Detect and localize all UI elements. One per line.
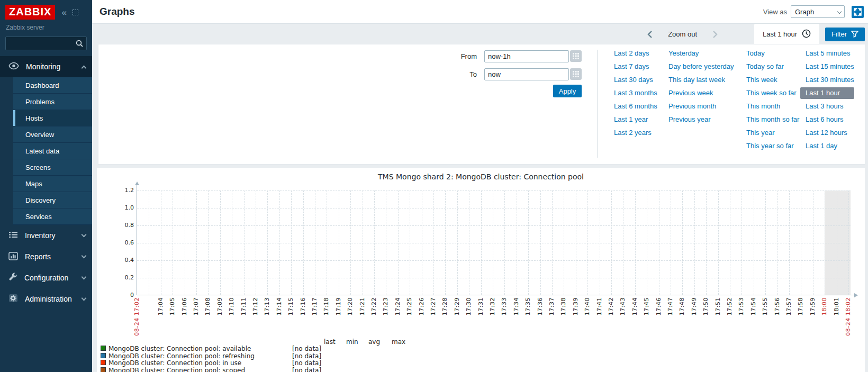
gridline: [528, 190, 529, 295]
gridline: [350, 190, 351, 295]
sidebar-item-discovery[interactable]: Discovery: [13, 192, 92, 208]
collapse-sidebar-icon[interactable]: «: [61, 8, 66, 17]
sidebar-item-dashboard[interactable]: Dashboard: [13, 77, 92, 94]
to-input[interactable]: [484, 68, 569, 80]
search-input[interactable]: [5, 37, 87, 50]
gridline: [576, 190, 576, 295]
view-as-control: View as Graph: [763, 5, 864, 18]
gridline: [635, 190, 636, 295]
quick-range-previous-month[interactable]: Previous month: [668, 99, 734, 113]
quick-range-this-week[interactable]: This week: [746, 73, 799, 86]
legend-column-header: max: [392, 338, 405, 346]
sidebar-item-problems[interactable]: Problems: [13, 94, 92, 110]
x-axis-tick-label: 17:58: [797, 297, 804, 315]
quick-range-previous-week[interactable]: Previous week: [668, 86, 734, 99]
graph-plot-area[interactable]: 00.20.40.60.81.01.208-24 17:0217:0417:05…: [137, 190, 854, 295]
quick-range-this-month-so-far[interactable]: This month so far: [746, 113, 799, 126]
quick-range-last-2-days[interactable]: Last 2 days: [614, 47, 657, 60]
quick-range-last-1-day[interactable]: Last 1 day: [806, 139, 854, 152]
time-shift-right-button[interactable]: [710, 30, 720, 39]
quick-range-last-3-hours[interactable]: Last 3 hours: [806, 99, 854, 113]
view-as-select[interactable]: Graph: [791, 5, 845, 18]
quick-range-this-week-so-far[interactable]: This week so far: [746, 86, 799, 99]
gridline: [682, 190, 683, 295]
chevron-down-icon: [82, 232, 87, 238]
quick-range-yesterday[interactable]: Yesterday: [668, 47, 734, 60]
sidebar-section-monitoring[interactable]: Monitoring: [0, 56, 92, 77]
zoom-out-button[interactable]: Zoom out: [668, 30, 697, 38]
search-icon[interactable]: [75, 39, 84, 49]
quick-range-last-15-minutes[interactable]: Last 15 minutes: [806, 60, 854, 73]
gridline: [837, 190, 837, 295]
legend-row: MongoDB cluster: Connection pool: availa…: [97, 345, 865, 352]
sidebar-item-screens[interactable]: Screens: [13, 159, 92, 176]
x-axis-tick-label: 17:48: [679, 297, 685, 315]
x-axis-tick-label: 17:12: [252, 297, 259, 315]
x-axis-tick-label: 08-24 18:02: [845, 297, 852, 336]
x-axis-tick-label: 17:52: [726, 297, 733, 315]
filter-button[interactable]: Filter: [825, 28, 865, 41]
quick-range-last-3-months[interactable]: Last 3 months: [614, 86, 657, 99]
x-axis-tick-label: 17:41: [596, 297, 603, 315]
quick-range-this-year-so-far[interactable]: This year so far: [746, 139, 799, 152]
kiosk-mode-icon[interactable]: [73, 10, 78, 15]
quick-range-last-6-months[interactable]: Last 6 months: [614, 99, 657, 113]
quick-range-last-1-year[interactable]: Last 1 year: [614, 113, 657, 126]
to-calendar-button[interactable]: [570, 68, 582, 80]
apply-button[interactable]: Apply: [553, 85, 582, 97]
quick-range-column: TodayToday so farThis weekThis week so f…: [746, 47, 799, 152]
quick-range-day-before-yesterday[interactable]: Day before yesterday: [668, 60, 734, 73]
from-calendar-button[interactable]: [570, 50, 582, 62]
x-axis-tick-label: 17:38: [560, 297, 567, 315]
y-axis-tick-label: 0.8: [112, 222, 134, 229]
quick-range-this-year[interactable]: This year: [746, 126, 799, 139]
sidebar-item-latest-data[interactable]: Latest data: [13, 143, 92, 159]
quick-range-previous-year[interactable]: Previous year: [668, 113, 734, 126]
quick-range-today[interactable]: Today: [746, 47, 799, 60]
quick-range-column: Last 5 minutesLast 15 minutesLast 30 min…: [806, 47, 854, 152]
quick-range-last-6-hours[interactable]: Last 6 hours: [806, 113, 854, 126]
x-axis-tick-label: 17:37: [548, 297, 555, 315]
x-axis-tick-label: 17:53: [738, 297, 745, 315]
from-input[interactable]: [484, 50, 569, 62]
time-range-tab[interactable]: Last 1 hour: [754, 24, 819, 44]
quick-range-this-month[interactable]: This month: [746, 99, 799, 113]
zabbix-logo[interactable]: ZABBIX: [5, 5, 55, 20]
wrench-icon: [8, 273, 17, 283]
sidebar: ZABBIX « Zabbix server Monitoring Dashbo…: [0, 0, 92, 372]
quick-range-last-2-years[interactable]: Last 2 years: [614, 126, 657, 139]
quick-range-last-12-hours[interactable]: Last 12 hours: [806, 126, 854, 139]
quick-range-last-5-minutes[interactable]: Last 5 minutes: [806, 47, 854, 60]
sidebar-section-inventory[interactable]: Inventory: [0, 225, 92, 246]
x-axis-tick-label: 17:22: [370, 297, 377, 315]
legend-swatch-icon: [101, 360, 106, 365]
sidebar-item-overview[interactable]: Overview: [13, 126, 92, 143]
gridline: [718, 190, 719, 295]
quick-range-today-so-far[interactable]: Today so far: [746, 60, 799, 73]
chevron-down-icon: [82, 296, 87, 301]
gridline: [244, 190, 245, 295]
sidebar-item-hosts[interactable]: Hosts: [13, 110, 92, 126]
quick-range-last-30-days[interactable]: Last 30 days: [614, 73, 657, 86]
x-axis-tick-label: 17:45: [643, 297, 650, 315]
fullscreen-button[interactable]: [852, 6, 864, 18]
quick-range-last-30-minutes[interactable]: Last 30 minutes: [806, 73, 854, 86]
sidebar-header: ZABBIX «: [0, 0, 92, 20]
gridline: [374, 190, 375, 295]
quick-range-this-day-last-week[interactable]: This day last week: [668, 73, 734, 86]
y-axis-line: [137, 185, 137, 190]
sidebar-item-services[interactable]: Services: [13, 208, 92, 225]
sidebar-section-configuration[interactable]: Configuration: [0, 267, 92, 288]
quick-range-last-1-hour[interactable]: Last 1 hour: [800, 87, 854, 99]
to-label: To: [413, 70, 477, 78]
sidebar-section-administration[interactable]: Administration: [0, 288, 92, 310]
time-shift-left-button[interactable]: [645, 30, 655, 39]
x-axis-tick-label: 17:05: [169, 297, 176, 315]
y-axis-tick-label: 0.4: [112, 257, 134, 264]
page-title: Graphs: [100, 6, 763, 17]
sidebar-section-reports[interactable]: Reports: [0, 246, 92, 267]
sidebar-item-maps[interactable]: Maps: [13, 176, 92, 192]
x-axis-tick-label: 17:56: [774, 297, 781, 315]
y-axis-tick-label: 1.0: [112, 204, 134, 211]
quick-range-last-7-days[interactable]: Last 7 days: [614, 60, 657, 73]
